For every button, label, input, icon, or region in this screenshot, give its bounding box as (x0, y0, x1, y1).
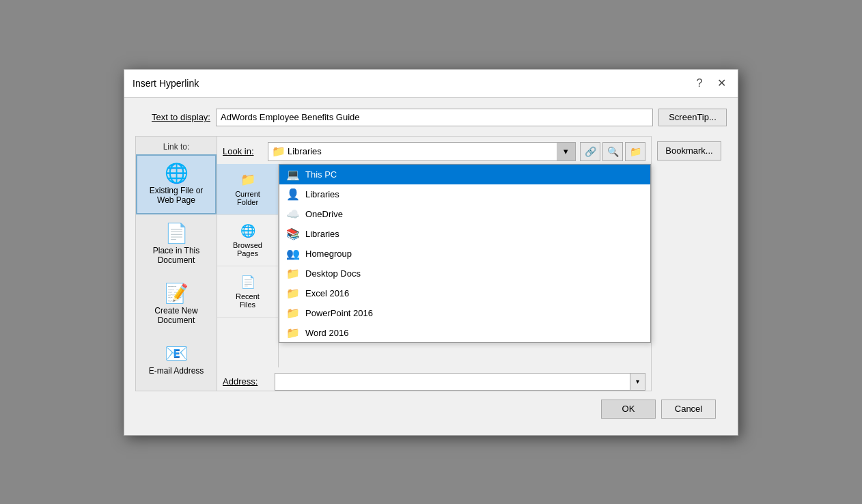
sidebar-item-email-label: E-mail Address (149, 366, 204, 376)
search-btn[interactable]: 🔍 (602, 142, 623, 161)
dialog-body: Text to display: ScreenTip... Link to: 🌐… (124, 98, 738, 435)
text-to-display-row: Text to display: ScreenTip... (135, 109, 727, 126)
bookmark-button[interactable]: Bookmark... (657, 141, 721, 160)
place-in-doc-icon: 📄 (165, 224, 189, 243)
dropdown-item-excel[interactable]: 📁 Excel 2016 (279, 283, 650, 303)
dropdown-item-desktop-docs[interactable]: 📁 Desktop Docs (279, 264, 650, 283)
look-in-select[interactable]: Libraries This PC OneDrive (268, 142, 576, 161)
excel-icon: 📁 (286, 287, 300, 300)
center-content: Look in: 📁 Libraries This PC OneDrive ▾ … (217, 136, 652, 391)
nav-current-folder-label: CurrentFolder (235, 190, 260, 206)
main-area: Link to: 🌐 Existing File orWeb Page 📄 Pl… (135, 136, 727, 391)
sidebar-item-place-label: Place in ThisDocument (153, 246, 199, 265)
look-in-dropdown-btn[interactable]: ▾ (557, 142, 576, 161)
libraries-sub-icon: 👤 (286, 188, 300, 201)
libraries-icon: 📚 (286, 227, 300, 240)
ok-button[interactable]: OK (601, 400, 656, 419)
libraries-sub-label: Libraries (305, 189, 339, 199)
create-new-icon: 📝 (165, 284, 189, 303)
this-pc-label: This PC (305, 169, 337, 180)
dropdown-item-onedrive[interactable]: ☁️ OneDrive (279, 204, 650, 224)
dropdown-item-libraries-sub[interactable]: 👤 Libraries (279, 184, 650, 204)
word-label: Word 2016 (305, 328, 348, 338)
title-bar: Insert Hyperlink ? ✕ (124, 70, 738, 98)
title-bar-buttons: ? ✕ (691, 75, 729, 92)
nav-browsed-pages[interactable]: 🌐 BrowsedPages (217, 215, 278, 266)
address-input-wrap: ▾ (275, 373, 645, 391)
nav-current-folder[interactable]: 📁 CurrentFolder (217, 164, 278, 215)
address-row: Address: ▾ (217, 367, 651, 391)
close-button[interactable]: ✕ (713, 75, 729, 92)
sidebar-item-existing[interactable]: 🌐 Existing File orWeb Page (136, 154, 217, 214)
nav-recent-files[interactable]: 📄 RecentFiles (217, 266, 278, 318)
insert-hyperlink-dialog: Insert Hyperlink ? ✕ Text to display: Sc… (124, 69, 738, 436)
excel-label: Excel 2016 (305, 288, 349, 298)
dropdown-list-container: 💻 This PC 👤 Libraries ☁️ (279, 164, 651, 186)
onedrive-icon: ☁️ (286, 208, 300, 221)
sidebar-item-new[interactable]: 📝 Create NewDocument (136, 275, 217, 335)
nav-sidebar: 📁 CurrentFolder 🌐 BrowsedPages 📄 RecentF… (217, 164, 279, 367)
dialog-title: Insert Hyperlink (133, 78, 199, 89)
desktop-docs-label: Desktop Docs (305, 268, 361, 279)
dropdown-item-libraries[interactable]: 📚 Libraries (279, 224, 650, 244)
look-in-label: Look in: (223, 146, 264, 156)
sidebar-item-place[interactable]: 📄 Place in ThisDocument (136, 214, 217, 275)
current-folder-nav-icon: 📁 (240, 172, 255, 187)
help-button[interactable]: ? (691, 75, 708, 92)
nav-recent-files-label: RecentFiles (236, 292, 260, 309)
address-input[interactable] (275, 375, 630, 388)
libraries-label: Libraries (305, 229, 339, 239)
link-to-sidebar: Link to: 🌐 Existing File orWeb Page 📄 Pl… (135, 136, 217, 391)
dropdown-list-inner: 💻 This PC 👤 Libraries ☁️ (279, 165, 650, 342)
onedrive-label: OneDrive (305, 209, 343, 219)
powerpoint-label: PowerPoint 2016 (305, 308, 373, 318)
existing-file-icon: 🌐 (165, 164, 189, 183)
homegroup-label: Homegroup (305, 249, 352, 259)
powerpoint-icon: 📁 (286, 307, 300, 320)
dropdown-list: 💻 This PC 👤 Libraries ☁️ (279, 164, 651, 343)
right-buttons: Bookmark... (652, 136, 727, 391)
dropdown-item-this-pc[interactable]: 💻 This PC (279, 165, 650, 184)
sidebar-item-existing-label: Existing File orWeb Page (150, 186, 204, 205)
sidebar-item-email[interactable]: 📧 E-mail Address (136, 335, 217, 385)
address-dropdown-btn[interactable]: ▾ (630, 374, 645, 390)
browse-recent-btn[interactable]: 🔗 (580, 142, 600, 161)
dropdown-item-word[interactable]: 📁 Word 2016 (279, 323, 650, 342)
toolbar-buttons: 🔗 🔍 📁 (580, 142, 645, 161)
address-label: Address: (223, 376, 270, 387)
word-icon: 📁 (286, 326, 300, 339)
cancel-button[interactable]: Cancel (661, 400, 716, 419)
text-to-display-label: Text to display: (135, 112, 210, 122)
dropdown-item-powerpoint[interactable]: 📁 PowerPoint 2016 (279, 303, 650, 323)
look-in-select-wrap: 📁 Libraries This PC OneDrive ▾ (268, 142, 576, 161)
bottom-row: OK Cancel (135, 391, 727, 427)
recent-files-nav-icon: 📄 (240, 275, 255, 290)
sidebar-item-new-label: Create NewDocument (154, 306, 197, 325)
browsed-pages-nav-icon: 🌐 (240, 223, 255, 238)
homegroup-icon: 👥 (286, 247, 300, 260)
look-in-row: Look in: 📁 Libraries This PC OneDrive ▾ … (217, 137, 651, 164)
new-folder-btn[interactable]: 📁 (625, 142, 645, 161)
file-browser-wrapper: 📁 CurrentFolder 🌐 BrowsedPages 📄 RecentF… (217, 164, 651, 367)
dropdown-area: 💻 This PC 👤 Libraries ☁️ (279, 164, 651, 367)
screen-tip-button[interactable]: ScreenTip... (658, 109, 727, 126)
link-to-label: Link to: (136, 142, 217, 152)
dropdown-item-homegroup[interactable]: 👥 Homegroup (279, 244, 650, 264)
text-to-display-input[interactable] (216, 109, 653, 126)
this-pc-icon: 💻 (286, 168, 300, 181)
email-icon: 📧 (165, 344, 189, 363)
nav-browsed-pages-label: BrowsedPages (233, 241, 262, 257)
desktop-docs-icon: 📁 (286, 267, 300, 280)
